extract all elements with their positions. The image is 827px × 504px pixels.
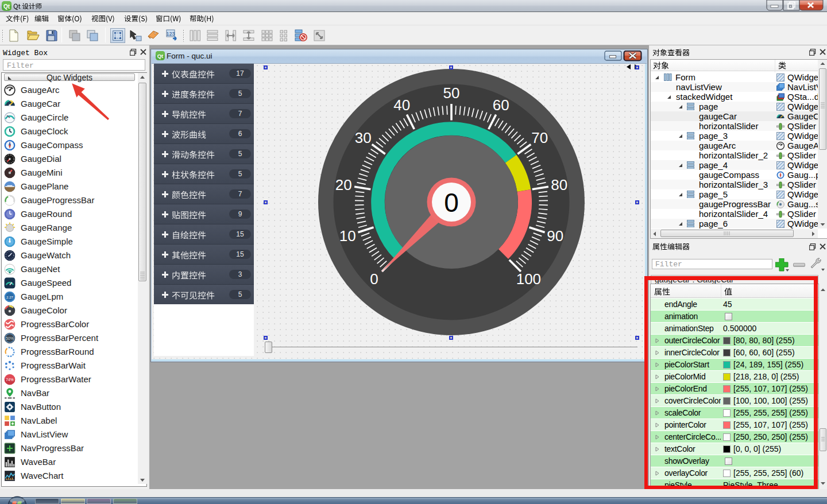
svg-text:74%: 74%	[6, 378, 13, 382]
svg-text:70: 70	[531, 129, 548, 146]
svg-text:10: 10	[339, 227, 356, 245]
svg-text:50: 50	[443, 84, 460, 102]
svg-text:20: 20	[335, 176, 352, 193]
svg-text:50%: 50%	[6, 336, 13, 340]
svg-text:Qt: Qt	[3, 3, 10, 10]
svg-text:2.27: 2.27	[6, 295, 13, 299]
svg-text:Qt: Qt	[157, 53, 164, 59]
svg-text:100: 100	[516, 270, 541, 288]
svg-text:80: 80	[551, 176, 567, 193]
svg-text:0: 0	[444, 188, 459, 218]
svg-text:30: 30	[355, 129, 372, 146]
svg-text:90: 90	[547, 227, 563, 245]
svg-text:40: 40	[393, 96, 410, 114]
svg-text:0: 0	[370, 270, 378, 288]
svg-text:123: 123	[166, 31, 175, 37]
svg-text:60: 60	[493, 96, 509, 114]
